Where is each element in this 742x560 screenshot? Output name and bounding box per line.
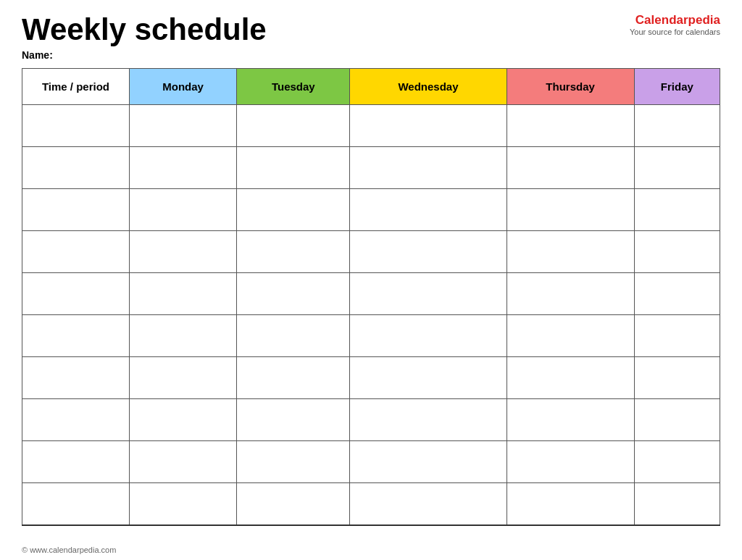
col-header-time: Time / period xyxy=(22,69,130,105)
schedule-cell[interactable] xyxy=(237,147,350,189)
time-cell[interactable] xyxy=(22,105,130,147)
schedule-cell[interactable] xyxy=(350,441,507,483)
schedule-table: Time / period Monday Tuesday Wednesday T… xyxy=(22,68,720,526)
schedule-cell[interactable] xyxy=(507,357,634,399)
schedule-cell[interactable] xyxy=(507,231,634,273)
schedule-cell[interactable] xyxy=(237,273,350,315)
schedule-cell[interactable] xyxy=(634,189,720,231)
schedule-cell[interactable] xyxy=(237,231,350,273)
schedule-cell[interactable] xyxy=(507,441,634,483)
schedule-cell[interactable] xyxy=(634,483,720,525)
time-cell[interactable] xyxy=(22,273,130,315)
schedule-cell[interactable] xyxy=(350,399,507,441)
table-row xyxy=(22,315,720,357)
schedule-cell[interactable] xyxy=(507,483,634,525)
schedule-cell[interactable] xyxy=(634,315,720,357)
table-row xyxy=(22,483,720,525)
col-header-friday: Friday xyxy=(634,69,720,105)
logo-calendar-text: Calendar xyxy=(635,13,688,27)
schedule-cell[interactable] xyxy=(130,357,237,399)
time-cell[interactable] xyxy=(22,357,130,399)
schedule-cell[interactable] xyxy=(634,273,720,315)
schedule-cell[interactable] xyxy=(350,189,507,231)
time-cell[interactable] xyxy=(22,441,130,483)
title-area: Weekly schedule Name: xyxy=(22,13,267,61)
page-title: Weekly schedule xyxy=(22,13,267,46)
schedule-cell[interactable] xyxy=(237,315,350,357)
page-container: Weekly schedule Name: Calendarpedia Your… xyxy=(0,0,742,560)
table-row xyxy=(22,357,720,399)
schedule-cell[interactable] xyxy=(130,273,237,315)
table-row xyxy=(22,273,720,315)
schedule-cell[interactable] xyxy=(350,231,507,273)
footer-text: © www.calendarpedia.com xyxy=(22,546,116,554)
schedule-cell[interactable] xyxy=(130,105,237,147)
schedule-cell[interactable] xyxy=(130,483,237,525)
time-cell[interactable] xyxy=(22,147,130,189)
schedule-cell[interactable] xyxy=(130,147,237,189)
col-header-wednesday: Wednesday xyxy=(350,69,507,105)
schedule-cell[interactable] xyxy=(237,357,350,399)
schedule-cell[interactable] xyxy=(130,315,237,357)
schedule-body xyxy=(22,105,720,525)
table-header-row: Time / period Monday Tuesday Wednesday T… xyxy=(22,69,720,105)
schedule-cell[interactable] xyxy=(350,147,507,189)
col-header-tuesday: Tuesday xyxy=(237,69,350,105)
time-cell[interactable] xyxy=(22,315,130,357)
schedule-cell[interactable] xyxy=(634,399,720,441)
table-row xyxy=(22,147,720,189)
schedule-cell[interactable] xyxy=(507,189,634,231)
schedule-cell[interactable] xyxy=(507,147,634,189)
table-row xyxy=(22,231,720,273)
schedule-cell[interactable] xyxy=(634,441,720,483)
logo-tagline: Your source for calendars xyxy=(630,28,720,37)
table-row xyxy=(22,441,720,483)
time-cell[interactable] xyxy=(22,483,130,525)
table-row xyxy=(22,105,720,147)
schedule-cell[interactable] xyxy=(237,483,350,525)
schedule-cell[interactable] xyxy=(237,105,350,147)
col-header-monday: Monday xyxy=(130,69,237,105)
schedule-cell[interactable] xyxy=(237,441,350,483)
table-row xyxy=(22,189,720,231)
time-cell[interactable] xyxy=(22,189,130,231)
schedule-cell[interactable] xyxy=(634,147,720,189)
schedule-cell[interactable] xyxy=(634,231,720,273)
logo-area: Calendarpedia Your source for calendars xyxy=(630,13,720,38)
schedule-cell[interactable] xyxy=(634,105,720,147)
schedule-cell[interactable] xyxy=(350,315,507,357)
header-area: Weekly schedule Name: Calendarpedia Your… xyxy=(22,13,720,61)
schedule-cell[interactable] xyxy=(130,399,237,441)
schedule-cell[interactable] xyxy=(634,357,720,399)
name-label: Name: xyxy=(22,49,267,61)
schedule-cell[interactable] xyxy=(350,105,507,147)
col-header-thursday: Thursday xyxy=(507,69,634,105)
schedule-cell[interactable] xyxy=(350,357,507,399)
logo-pedia-text: pedia xyxy=(688,13,720,27)
schedule-cell[interactable] xyxy=(130,231,237,273)
time-cell[interactable] xyxy=(22,231,130,273)
schedule-cell[interactable] xyxy=(130,441,237,483)
schedule-cell[interactable] xyxy=(350,483,507,525)
table-row xyxy=(22,399,720,441)
schedule-cell[interactable] xyxy=(507,315,634,357)
logo-brand: Calendarpedia xyxy=(630,13,720,28)
time-cell[interactable] xyxy=(22,399,130,441)
schedule-cell[interactable] xyxy=(237,399,350,441)
schedule-cell[interactable] xyxy=(507,399,634,441)
schedule-cell[interactable] xyxy=(350,273,507,315)
schedule-cell[interactable] xyxy=(507,105,634,147)
schedule-cell[interactable] xyxy=(507,273,634,315)
schedule-cell[interactable] xyxy=(130,189,237,231)
schedule-cell[interactable] xyxy=(237,189,350,231)
